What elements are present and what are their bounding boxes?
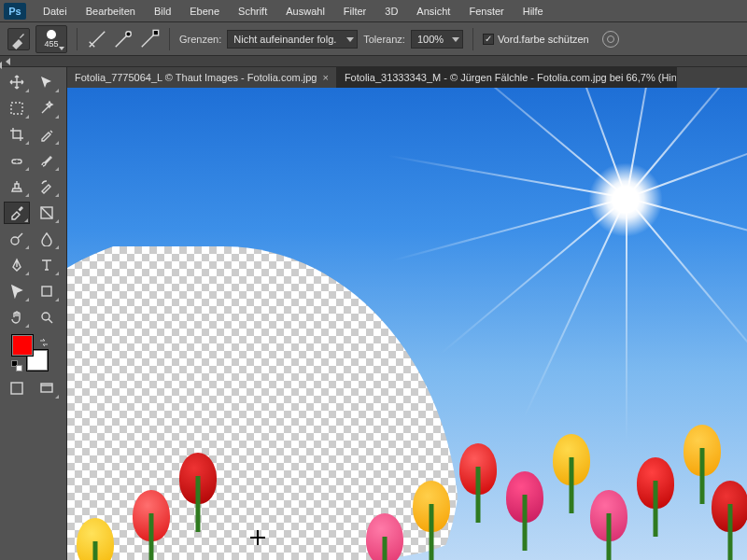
tools-panel (0, 67, 67, 560)
brush-tool[interactable] (34, 149, 60, 172)
history-brush-tool[interactable] (34, 175, 60, 198)
move-tool[interactable] (4, 71, 30, 93)
svg-rect-2 (11, 103, 22, 114)
document-tab[interactable]: Fotolia_31333343_M - © Jürgen Fälchle - … (337, 67, 677, 88)
type-tool[interactable] (34, 254, 60, 276)
chevron-down-icon (59, 47, 64, 50)
document-area: Fotolia_7775064_L © Thaut Images - Fotol… (67, 67, 747, 560)
current-tool-icon[interactable] (7, 28, 30, 50)
separator (77, 28, 78, 50)
menu-type[interactable]: Schrift (231, 4, 275, 19)
menu-edit[interactable]: Bearbeiten (78, 4, 143, 19)
sun-ray-icon (392, 197, 627, 261)
menu-image[interactable]: Bild (147, 4, 178, 19)
checkbox-icon: ✓ (483, 34, 494, 45)
menu-layer[interactable]: Ebene (182, 4, 227, 19)
default-colors-icon[interactable] (11, 360, 22, 371)
document-tab-label: Fotolia_7775064_L © Thaut Images - Fotol… (75, 72, 317, 83)
flower-icon (712, 481, 747, 532)
menu-window[interactable]: Fenster (461, 4, 511, 19)
limits-dropdown[interactable]: Nicht aufeinander folg. (227, 30, 358, 49)
svg-rect-1 (153, 30, 159, 35)
canvas-content (67, 88, 747, 560)
tolerance-value: 100% (417, 34, 444, 45)
swap-colors-icon[interactable] (39, 334, 49, 343)
menu-select[interactable]: Auswahl (278, 4, 332, 19)
document-tab[interactable]: Fotolia_7775064_L © Thaut Images - Fotol… (67, 67, 337, 88)
menu-bar: Ps Datei Bearbeiten Bild Ebene Schrift A… (0, 0, 747, 22)
menu-filter[interactable]: Filter (336, 4, 374, 19)
zoom-tool[interactable] (34, 306, 60, 329)
menu-3d[interactable]: 3D (377, 4, 405, 19)
eyedropper-tool[interactable] (34, 123, 60, 146)
crosshair-cursor-icon (250, 530, 265, 545)
flower-icon (637, 457, 674, 509)
svg-point-7 (42, 313, 49, 320)
background-eraser-tool[interactable] (4, 202, 30, 224)
hand-tool[interactable] (4, 306, 30, 329)
limits-label: Grenzen: (179, 34, 221, 45)
flower-icon (553, 434, 590, 485)
pen-tool[interactable] (4, 254, 30, 276)
foreground-color-swatch[interactable] (11, 334, 34, 357)
app-logo-icon: Ps (4, 3, 26, 20)
path-selection-tool[interactable] (4, 280, 30, 302)
options-bar: 455 Grenzen: Nicht aufeinander folg. Tol… (0, 22, 747, 56)
sampling-once-icon[interactable] (113, 29, 134, 49)
magic-wand-tool[interactable] (34, 97, 60, 119)
chevron-down-icon (346, 37, 354, 42)
flower-icon (459, 443, 497, 495)
flower-icon (133, 490, 170, 541)
double-chevron-left-icon (6, 58, 10, 65)
menu-file[interactable]: Datei (35, 4, 75, 19)
panel-collapse-bar[interactable] (0, 56, 747, 67)
sun-ray-icon (626, 198, 627, 441)
protect-foreground-label: Vord.farbe schützen (498, 34, 589, 45)
sun-ray-icon (523, 198, 627, 418)
tolerance-dropdown[interactable]: 100% (411, 30, 463, 49)
quick-mask-tool[interactable] (4, 377, 30, 399)
blur-tool[interactable] (34, 228, 60, 250)
sampling-swatch-icon[interactable] (139, 29, 160, 49)
dodge-tool[interactable] (4, 228, 30, 250)
sun-ray-icon (388, 155, 627, 199)
crop-tool[interactable] (4, 123, 30, 146)
flower-icon (413, 481, 450, 532)
flower-icon (179, 453, 217, 504)
document-tab-label: Fotolia_31333343_M - © Jürgen Fälchle - … (345, 72, 677, 83)
brush-preset-picker[interactable]: 455 (35, 25, 67, 53)
marquee-tool[interactable] (4, 97, 30, 119)
flower-icon (77, 518, 114, 560)
brush-preview-icon (47, 30, 56, 39)
artboard-tool[interactable] (34, 71, 60, 93)
flower-icon (506, 471, 543, 523)
svg-rect-6 (42, 287, 51, 296)
sampling-continuous-icon[interactable] (87, 29, 107, 49)
menu-view[interactable]: Ansicht (409, 4, 458, 19)
menu-help[interactable]: Hilfe (515, 4, 551, 19)
protect-foreground-checkbox[interactable]: ✓ Vord.farbe schützen (483, 34, 589, 45)
color-swatches[interactable] (11, 334, 49, 371)
main-area: Fotolia_7775064_L © Thaut Images - Fotol… (0, 67, 747, 560)
healing-brush-tool[interactable] (4, 149, 30, 172)
brush-size-value: 455 (44, 39, 58, 49)
svg-point-0 (126, 31, 132, 36)
pressure-target-icon[interactable] (602, 31, 619, 48)
gradient-tool[interactable] (34, 202, 60, 224)
flower-icon (684, 425, 721, 476)
flower-icon (590, 490, 627, 541)
svg-point-9 (14, 385, 20, 391)
shape-tool[interactable] (34, 280, 60, 302)
tolerance-label: Toleranz: (363, 34, 405, 45)
svg-point-5 (11, 237, 19, 245)
clone-stamp-tool[interactable] (4, 175, 30, 198)
canvas-viewport[interactable] (67, 88, 747, 560)
flower-icon (366, 513, 403, 560)
screen-mode-tool[interactable] (34, 377, 60, 399)
document-tabs: Fotolia_7775064_L © Thaut Images - Fotol… (67, 67, 747, 88)
limits-value: Nicht aufeinander folg. (233, 34, 336, 45)
chevron-down-icon (452, 37, 459, 42)
separator (472, 28, 473, 50)
separator (169, 28, 170, 50)
close-icon[interactable]: × (322, 72, 328, 83)
